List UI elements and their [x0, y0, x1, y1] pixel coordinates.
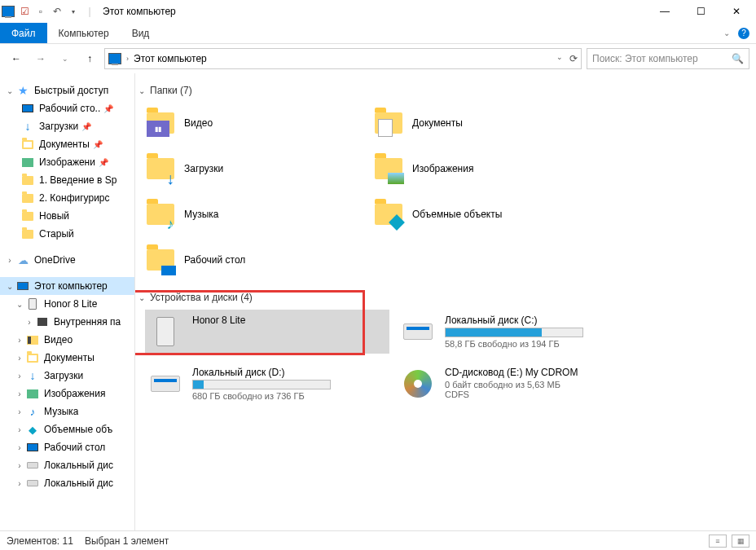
pin-icon: 📌 — [103, 104, 113, 113]
app-icon — [2, 6, 15, 17]
tab-file[interactable]: Файл — [0, 23, 47, 43]
tree-desktop2[interactable]: ›Рабочий стол — [0, 438, 134, 456]
tab-computer[interactable]: Компьютер — [47, 23, 121, 43]
download-icon: ↓ — [163, 171, 178, 186]
tree-documents2[interactable]: ›Документы — [0, 349, 134, 367]
back-button[interactable]: ← — [7, 49, 26, 68]
desktop-icon — [161, 266, 176, 275]
drive-c[interactable]: Локальный диск (C:) 58,8 ГБ свободно из … — [398, 310, 642, 354]
drive-d[interactable]: Локальный диск (D:) 680 ГБ свободно из 7… — [145, 362, 389, 406]
pin-icon: 📌 — [81, 122, 91, 131]
tree-3d[interactable]: ›◆Объемные объ — [0, 420, 134, 438]
status-selected: Выбран 1 элемент — [85, 535, 169, 547]
maximize-button[interactable]: ☐ — [683, 0, 719, 23]
view-details-button[interactable]: ≡ — [709, 535, 727, 548]
folder-3d[interactable]: Объемные объекты — [373, 194, 593, 235]
address-dropdown-icon[interactable]: ⌄ — [556, 53, 563, 64]
status-count: Элементов: 11 — [7, 535, 73, 547]
hdd-icon — [403, 323, 433, 340]
qat-undo-icon[interactable]: ↶ — [51, 5, 64, 18]
qat-sep: | — [83, 5, 96, 18]
drive-cd[interactable]: CD-дисковод (E:) My CDROM 0 байт свободн… — [398, 362, 642, 406]
qat-newfolder-icon[interactable]: ▫ — [34, 5, 47, 18]
capacity-bar — [445, 328, 583, 337]
tree-localdisk-d[interactable]: ›Локальный дис — [0, 474, 134, 492]
up-button[interactable]: ↑ — [80, 49, 99, 68]
picture-icon — [388, 173, 404, 184]
qat-dropdown-icon[interactable]: ▾ — [67, 5, 80, 18]
tab-view[interactable]: Вид — [121, 23, 161, 43]
tree-folder-3[interactable]: Новый — [0, 207, 134, 225]
capacity-bar — [192, 380, 331, 389]
folder-music[interactable]: ♪Музыка — [145, 194, 365, 235]
group-devices[interactable]: ⌄Устройства и диски (4) — [135, 287, 756, 310]
tree-pictures[interactable]: Изображени📌 — [0, 153, 134, 171]
pin-icon: 📌 — [99, 158, 108, 167]
tree-documents[interactable]: Документы📌 — [0, 135, 134, 153]
minimize-button[interactable]: — — [647, 0, 683, 23]
documents-icon — [378, 119, 393, 137]
breadcrumb-arrow-icon: › — [126, 55, 129, 63]
folder-documents[interactable]: Документы — [373, 103, 593, 143]
window-title: Этот компьютер — [103, 6, 176, 17]
video-icon: ▮▮ — [147, 121, 169, 137]
tree-pictures2[interactable]: ›Изображения — [0, 385, 134, 403]
music-icon: ♪ — [163, 217, 178, 231]
tree-downloads2[interactable]: ›↓Загрузки — [0, 367, 134, 385]
folder-pictures[interactable]: Изображения — [373, 148, 593, 189]
tree-desktop[interactable]: Рабочий сто..📌 — [0, 99, 134, 117]
chevron-down-icon: ⌄ — [138, 86, 145, 95]
ribbon-expand-icon[interactable]: ⌄ — [723, 29, 730, 37]
view-icons-button[interactable]: ▦ — [732, 535, 749, 548]
tree-video[interactable]: ›Видео — [0, 331, 134, 349]
folder-video[interactable]: ▮▮Видео — [145, 103, 365, 143]
refresh-icon[interactable]: ⟳ — [569, 53, 578, 64]
folder-desktop[interactable]: Рабочий стол — [145, 240, 365, 280]
hdd-icon — [151, 376, 180, 392]
pin-icon: 📌 — [93, 140, 103, 149]
navbar: ← → ⌄ ↑ › Этот компьютер ⌄ ⟳ Поиск: Этот… — [0, 44, 756, 73]
tree-folder-1[interactable]: 1. Введение в Sp — [0, 171, 134, 189]
search-icon[interactable]: 🔍 — [732, 53, 744, 64]
tree-folder-2[interactable]: 2. Конфигурирс — [0, 189, 134, 207]
tree-folder-4[interactable]: Старый — [0, 225, 134, 243]
address-pc-icon — [108, 53, 121, 64]
search-placeholder: Поиск: Этот компьютер — [592, 53, 698, 64]
status-bar: Элементов: 11 Выбран 1 элемент ≡ ▦ — [0, 530, 756, 550]
chevron-down-icon: ⌄ — [138, 293, 145, 302]
breadcrumb-text[interactable]: Этот компьютер — [134, 53, 207, 64]
tree-localdisk-c[interactable]: ›Локальный дис — [0, 456, 134, 474]
search-input[interactable]: Поиск: Этот компьютер 🔍 — [587, 48, 749, 69]
tree-honor[interactable]: ⌄Honor 8 Lite — [0, 295, 134, 313]
tree-music[interactable]: ›♪Музыка — [0, 403, 134, 420]
help-icon[interactable]: ? — [738, 28, 749, 39]
tree-downloads[interactable]: ↓Загрузки📌 — [0, 117, 134, 135]
tree-this-pc[interactable]: ⌄Этот компьютер — [0, 277, 134, 295]
group-folders[interactable]: ⌄Папки (7) — [135, 80, 756, 103]
nav-tree: ⌄★Быстрый доступ Рабочий сто..📌 ↓Загрузк… — [0, 73, 135, 530]
folder-downloads[interactable]: ↓Загрузки — [145, 148, 365, 189]
close-button[interactable]: ✕ — [719, 0, 754, 23]
content-pane[interactable]: ⌄Папки (7) ▮▮Видео Документы ↓Загрузки И… — [135, 73, 756, 530]
phone-icon — [156, 317, 174, 346]
recent-dropdown[interactable]: ⌄ — [55, 49, 75, 68]
ribbon: Файл Компьютер Вид ⌄ ? — [0, 23, 756, 44]
tree-onedrive[interactable]: ›☁OneDrive — [0, 251, 134, 269]
address-bar[interactable]: › Этот компьютер ⌄ ⟳ — [104, 48, 582, 69]
qat-checkbox-icon[interactable]: ☑ — [18, 5, 31, 18]
forward-button[interactable]: → — [31, 49, 51, 68]
tree-internal[interactable]: ›Внутренняя па — [0, 313, 134, 331]
titlebar: ☑ ▫ ↶ ▾ | Этот компьютер — ☐ ✕ — [0, 0, 756, 23]
tree-quick-access[interactable]: ⌄★Быстрый доступ — [0, 81, 134, 99]
drive-honor[interactable]: Honor 8 Lite — [145, 310, 389, 354]
cd-icon — [404, 370, 432, 398]
